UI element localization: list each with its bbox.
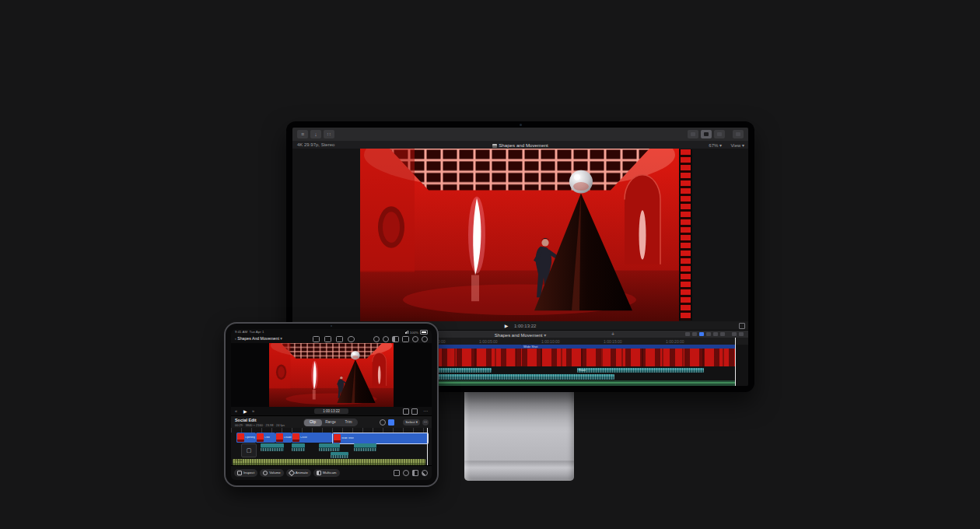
video-clip[interactable]: Opening (236, 433, 256, 443)
snapping-icon[interactable] (388, 419, 394, 426)
loop-icon[interactable] (403, 408, 409, 415)
inspect-button[interactable]: Inspect (234, 469, 257, 477)
video-clip[interactable]: Orbit (256, 433, 275, 443)
ipad-viewer (231, 343, 432, 407)
delete-icon[interactable] (394, 470, 400, 476)
tile-icon: ▢ (247, 447, 252, 453)
fullscreen-icon[interactable] (739, 323, 745, 329)
mode-trim[interactable]: Trim (340, 419, 358, 426)
settings-icon[interactable] (422, 336, 428, 342)
project-name: Social Edit (235, 418, 257, 422)
ipad-screen: 9:41 AM Tue Apr 1 100% ‹ Shapes And Move… (231, 329, 432, 480)
inspect-icon (237, 471, 242, 475)
add-project-button[interactable]: + (611, 331, 614, 337)
viewer-toggle-button[interactable] (701, 130, 712, 138)
split-view-icon[interactable] (392, 336, 399, 342)
view-dropdown[interactable]: View ▾ (730, 142, 744, 148)
browser-toggle-button[interactable] (688, 130, 698, 138)
ruler-label: 1:00:15:00 (604, 339, 622, 344)
inspector-toggle-button[interactable] (714, 130, 725, 138)
select-tool-icon[interactable] (699, 332, 704, 336)
audio-clip[interactable]: ♪ Highlight (354, 443, 376, 451)
audio-meters-icon[interactable] (713, 332, 718, 336)
audio-clip[interactable]: Riser (577, 368, 704, 373)
timer-icon[interactable] (373, 336, 380, 342)
index-button[interactable]: ≡ (297, 130, 308, 138)
zoom-level-dropdown[interactable]: 67% ▾ (709, 142, 722, 148)
status-bar: 9:41 AM Tue Apr 1 100% (231, 329, 432, 335)
tools-icon[interactable] (692, 332, 697, 336)
audio-clip[interactable]: ♪ Riser Ambience (261, 443, 284, 451)
lock-icon[interactable] (313, 336, 320, 342)
voiceover-icon[interactable] (403, 470, 409, 476)
chevron-down-icon: ▾ (280, 336, 282, 341)
chevron-left-icon: ‹ (235, 336, 236, 341)
playhead[interactable] (735, 338, 736, 386)
edit-mode-segmented-control: Clip Range Trim (303, 419, 358, 426)
import-media-button[interactable]: ↓ (310, 130, 321, 138)
animate-button[interactable]: Animate (286, 469, 311, 477)
clip-name: Wide Shot (341, 437, 354, 440)
clip-name: ♪ Score (233, 459, 425, 462)
skip-back-button[interactable]: « (235, 408, 237, 413)
wifi-icon (405, 331, 408, 334)
volume-button[interactable]: Volume (260, 469, 284, 477)
clip-name: Leader (284, 436, 292, 439)
video-clip[interactable]: Crush (292, 433, 332, 443)
solo-icon[interactable] (739, 332, 744, 336)
play-button[interactable]: ▶ (243, 408, 247, 414)
audio-clip[interactable]: ♪ Whir (319, 443, 340, 451)
search-icon[interactable] (412, 336, 418, 342)
effects-button[interactable]: ∷ (324, 130, 334, 138)
mode-clip[interactable]: Clip (304, 419, 322, 426)
jog-wheel-icon[interactable] (380, 419, 386, 426)
chevron-down-icon: ▾ (719, 143, 722, 148)
mute-icon[interactable] (412, 470, 418, 476)
viewer-project-title: Shapes and Movement (292, 142, 748, 148)
play-button[interactable]: ▶ (505, 324, 509, 328)
audio-clip[interactable]: ♪ Riser (292, 443, 305, 451)
fcp-toolbar: ≡ ↓ ∷ (292, 128, 748, 142)
multicam-button[interactable]: Multicam (313, 469, 340, 477)
skip-forward-button[interactable]: » (252, 408, 254, 413)
volume-icon (263, 471, 268, 475)
viewer-timecode: 1:00:13:22 (514, 324, 536, 328)
ipad-viewer-video (269, 343, 394, 407)
import-icon[interactable] (336, 336, 343, 342)
audio-clip[interactable]: ♪ Finale (331, 452, 348, 458)
clip-name: Riser (577, 368, 704, 372)
select-dropdown[interactable]: Select ▾ (403, 419, 420, 426)
camera-dot (520, 124, 522, 126)
export-icon[interactable] (422, 470, 428, 476)
video-clip[interactable]: Wide Shot (522, 345, 736, 366)
record-icon[interactable] (383, 336, 389, 342)
menu-icon: ≡ (301, 131, 304, 137)
share-button[interactable] (733, 130, 744, 138)
browser-icon (691, 132, 695, 136)
grid-icon: ∷ (327, 131, 331, 137)
ipad-timecode: 1:00:13:22 (314, 408, 348, 415)
clip-name: Opening (245, 436, 255, 439)
more-icon[interactable]: ⋯ (422, 419, 429, 426)
music-clip[interactable]: ♪ Score (233, 459, 425, 465)
index-tool-icon[interactable] (685, 332, 690, 336)
video-clip[interactable]: Leader (275, 433, 292, 443)
inspector-icon (717, 132, 722, 136)
video-clip-selected[interactable]: Wide Shot (332, 433, 429, 444)
close-icon[interactable] (348, 336, 355, 342)
chevron-down-icon: ▾ (416, 420, 418, 424)
media-placeholder-tile[interactable]: ▢ (241, 443, 257, 457)
duplicate-icon[interactable] (324, 336, 331, 342)
skimming-icon[interactable] (732, 332, 737, 336)
display-icon[interactable] (402, 336, 409, 342)
ipad-timeline-header: Social Edit 00:29 · 3840 × 2160 · 23.98 … (231, 415, 432, 429)
snapping-icon[interactable] (720, 332, 725, 336)
zoom-fit-icon[interactable] (411, 408, 418, 415)
more-icon[interactable]: ⋯ (423, 408, 428, 413)
back-project-dropdown[interactable]: ‹ Shapes And Movement ▾ (235, 336, 282, 341)
ruler-label: 1:00:10:00 (541, 339, 560, 344)
mode-range[interactable]: Range (322, 419, 340, 426)
playhead[interactable] (427, 428, 428, 465)
clip-name: Wide Shot (522, 345, 736, 349)
trim-tool-icon[interactable] (706, 332, 711, 336)
